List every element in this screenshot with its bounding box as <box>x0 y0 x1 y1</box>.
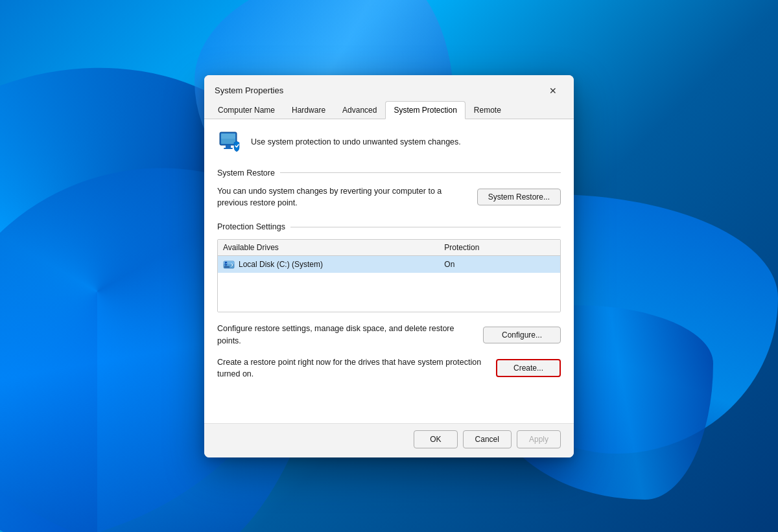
header-description: Use system protection to undo unwanted s… <box>251 137 461 148</box>
close-button[interactable]: ✕ <box>543 83 563 98</box>
table-header: Available Drives Protection <box>218 240 560 256</box>
svg-rect-7 <box>224 266 230 268</box>
tab-computer-name[interactable]: Computer Name <box>209 101 283 119</box>
system-restore-section: System Restore You can undo system chang… <box>217 168 561 210</box>
drive-cell: Local Disk (C:) (System) <box>223 259 444 270</box>
tab-system-protection[interactable]: System Protection <box>385 101 465 119</box>
protection-settings-header: Protection Settings <box>217 222 561 231</box>
titlebar: System Properties ✕ <box>204 75 574 98</box>
create-row: Create a restore point right now for the… <box>217 356 561 381</box>
tabs-container: Computer Name Hardware Advanced System P… <box>204 101 574 119</box>
protection-icon <box>217 130 243 156</box>
tab-content: Use system protection to undo unwanted s… <box>204 119 574 423</box>
protection-status: On <box>444 260 555 269</box>
drive-icon <box>223 259 235 270</box>
dialog-footer: OK Cancel Apply <box>204 423 574 457</box>
header-section: Use system protection to undo unwanted s… <box>217 130 561 156</box>
svg-rect-3 <box>226 145 231 148</box>
drives-table: Available Drives Protection <box>217 239 561 312</box>
system-restore-divider <box>280 172 561 173</box>
system-restore-description: You can undo system changes by reverting… <box>217 185 469 210</box>
configure-button[interactable]: Configure... <box>483 327 561 343</box>
system-restore-header: System Restore <box>217 168 561 178</box>
tab-advanced[interactable]: Advanced <box>334 101 385 119</box>
system-restore-label: System Restore <box>217 168 275 178</box>
col-protection: Protection <box>444 243 555 252</box>
dialog-overlay: System Properties ✕ Computer Name Hardwa… <box>0 0 778 532</box>
create-description: Create a restore point right now for the… <box>217 356 488 381</box>
svg-rect-2 <box>221 133 235 139</box>
protection-settings-divider <box>290 227 561 227</box>
configure-description: Configure restore settings, manage disk … <box>217 323 475 347</box>
dialog-title: System Properties <box>215 86 283 95</box>
system-restore-row: You can undo system changes by reverting… <box>217 185 561 210</box>
drive-name: Local Disk (C:) (System) <box>239 260 323 269</box>
create-button[interactable]: Create... <box>496 359 561 377</box>
ok-button[interactable]: OK <box>414 430 457 448</box>
protection-settings-section: Protection Settings Available Drives Pro… <box>217 222 561 380</box>
svg-rect-4 <box>224 148 233 149</box>
col-available-drives: Available Drives <box>223 243 444 252</box>
table-empty-area <box>218 273 560 312</box>
system-restore-button[interactable]: System Restore... <box>477 189 561 205</box>
tab-hardware[interactable]: Hardware <box>283 101 334 119</box>
protection-settings-label: Protection Settings <box>217 222 285 231</box>
tab-remote[interactable]: Remote <box>466 101 510 119</box>
system-properties-dialog: System Properties ✕ Computer Name Hardwa… <box>204 75 574 457</box>
configure-row: Configure restore settings, manage disk … <box>217 323 561 347</box>
apply-button[interactable]: Apply <box>517 430 561 448</box>
table-row[interactable]: Local Disk (C:) (System) On <box>218 256 560 273</box>
cancel-button[interactable]: Cancel <box>463 430 512 448</box>
